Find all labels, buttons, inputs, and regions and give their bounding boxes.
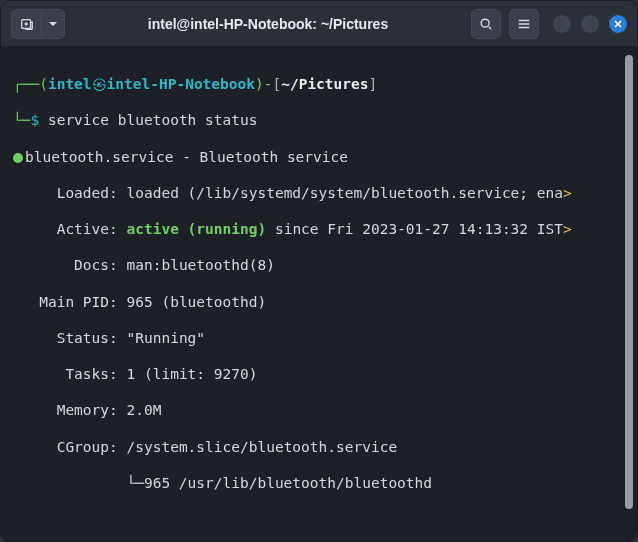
new-tab-button[interactable] bbox=[11, 9, 41, 39]
blank-line bbox=[13, 510, 633, 528]
search-icon bbox=[479, 17, 493, 31]
maximize-button[interactable] bbox=[581, 15, 599, 33]
hamburger-icon bbox=[517, 17, 531, 31]
prompt-bracket-open: [ bbox=[272, 76, 281, 92]
prompt-path: ~/Pictures bbox=[281, 76, 368, 92]
tasks-line: Tasks: 1 (limit: 9270) bbox=[13, 365, 633, 383]
active-state: active (running) bbox=[127, 221, 267, 237]
prompt-at: ㉿ bbox=[92, 76, 107, 92]
new-tab-dropdown[interactable] bbox=[41, 9, 65, 39]
prompt-close: )- bbox=[255, 76, 272, 92]
search-button[interactable] bbox=[471, 9, 501, 39]
cgroup-tree-line: └─965 /usr/lib/bluetooth/bluetoothd bbox=[13, 474, 633, 492]
scrollbar[interactable] bbox=[625, 55, 633, 509]
prompt-corner: ┌──( bbox=[13, 76, 48, 92]
overflow-marker: > bbox=[563, 185, 572, 201]
close-icon bbox=[613, 19, 623, 29]
minimize-button[interactable] bbox=[553, 15, 571, 33]
prompt-dollar: $ bbox=[30, 112, 39, 128]
service-name: bluetooth.service - Bluetooth service bbox=[25, 149, 348, 165]
memory-line: Memory: 2.0M bbox=[13, 401, 633, 419]
overflow-marker: > bbox=[563, 221, 572, 237]
active-line: Active: active (running) since Fri 2023-… bbox=[13, 220, 633, 238]
menu-button[interactable] bbox=[509, 9, 539, 39]
prompt-corner2: └─ bbox=[13, 112, 30, 128]
cgroup-line: CGroup: /system.slice/bluetooth.service bbox=[13, 438, 633, 456]
docs-line: Docs: man:bluetoothd(8) bbox=[13, 256, 633, 274]
window-controls bbox=[553, 15, 627, 33]
loaded-line: Loaded: loaded (/lib/systemd/system/blue… bbox=[13, 184, 633, 202]
prompt-line-1: ┌──(intel㉿intel-HP-Notebook)-[~/Pictures… bbox=[13, 75, 633, 93]
status-dot-icon bbox=[13, 153, 23, 163]
titlebar: intel@intel-HP-Notebook: ~/Pictures bbox=[1, 1, 637, 47]
window-title: intel@intel-HP-Notebook: ~/Pictures bbox=[73, 16, 463, 32]
pid-line: Main PID: 965 (bluetoothd) bbox=[13, 293, 633, 311]
prompt-user: intel bbox=[48, 76, 92, 92]
status-line: Status: "Running" bbox=[13, 329, 633, 347]
service-header: bluetooth.service - Bluetooth service bbox=[13, 148, 633, 166]
chevron-down-icon bbox=[48, 19, 58, 29]
command-text: service bluetooth status bbox=[39, 112, 257, 128]
prompt-host: intel-HP-Notebook bbox=[107, 76, 255, 92]
svg-point-1 bbox=[481, 19, 489, 27]
terminal-viewport[interactable]: ┌──(intel㉿intel-HP-Notebook)-[~/Pictures… bbox=[1, 47, 637, 541]
new-tab-split bbox=[11, 9, 65, 39]
prompt-line-2: └─$ service bluetooth status bbox=[13, 111, 633, 129]
new-tab-icon bbox=[20, 17, 34, 31]
prompt-bracket-close: ] bbox=[369, 76, 378, 92]
close-button[interactable] bbox=[609, 15, 627, 33]
